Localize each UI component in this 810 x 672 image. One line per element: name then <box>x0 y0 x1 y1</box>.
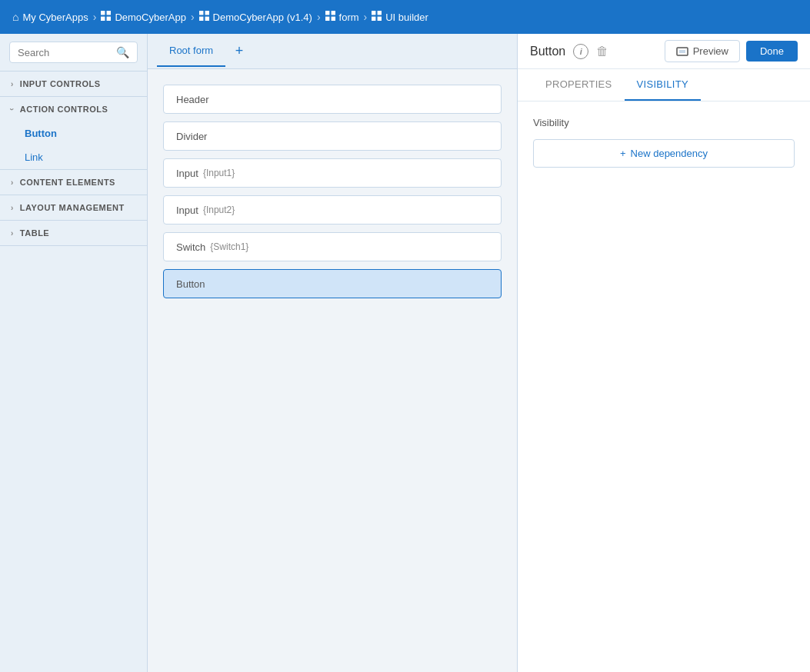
svg-rect-15 <box>378 17 382 21</box>
info-icon[interactable]: i <box>573 44 588 59</box>
preview-button[interactable]: Preview <box>665 40 740 62</box>
nav-item-demo-cyber-app-v14[interactable]: DemoCyberApp (v1.4) <box>199 11 312 23</box>
sidebar-section-table: › TABLE <box>0 221 147 246</box>
form-tab-root[interactable]: Root form <box>157 35 225 67</box>
nav-item-ui-builder[interactable]: UI builder <box>372 11 428 23</box>
add-tab-button[interactable]: + <box>228 41 250 62</box>
form-element-divider[interactable]: Divider <box>163 121 502 151</box>
svg-rect-6 <box>199 17 203 21</box>
form-element-switch1[interactable]: Switch {Switch1} <box>163 232 502 261</box>
svg-rect-2 <box>101 17 105 21</box>
sidebar-section-input-controls: › INPUT CONTROLS <box>0 72 147 97</box>
sidebar-section-layout-management: › LAYOUT MANAGEMENT <box>0 195 147 221</box>
right-panel-title-row: Button i 🗑 <box>530 44 608 59</box>
svg-rect-4 <box>199 11 203 15</box>
svg-rect-14 <box>372 17 375 21</box>
nav-sep-2: › <box>191 11 195 23</box>
right-panel: Button i 🗑 Preview Done PROPERTIES <box>518 34 810 672</box>
search-input[interactable] <box>18 47 112 58</box>
svg-rect-12 <box>372 11 375 15</box>
svg-rect-1 <box>107 11 111 15</box>
form-element-input1[interactable]: Input {Input1} <box>163 158 502 188</box>
new-dependency-label: New dependency <box>631 148 708 159</box>
svg-rect-8 <box>325 11 329 15</box>
done-button[interactable]: Done <box>746 41 798 62</box>
grid-icon-2 <box>199 11 209 23</box>
right-panel-title: Button <box>530 45 565 58</box>
grid-icon-4 <box>372 11 382 23</box>
nav-sep-4: › <box>364 11 368 23</box>
form-content: Header Divider Input {Input1} Input {Inp… <box>148 69 517 314</box>
sidebar: 🔍 › INPUT CONTROLS › ACTION CONTROLS But… <box>0 34 148 672</box>
form-element-input2[interactable]: Input {Input2} <box>163 195 502 225</box>
form-area: Root form + Header Divider Input {Input1… <box>148 34 518 672</box>
search-box[interactable]: 🔍 <box>9 42 138 63</box>
sidebar-section-label-input-controls: INPUT CONTROLS <box>20 79 101 88</box>
nav-sep-3: › <box>317 11 321 23</box>
home-icon: ⌂ <box>12 11 18 23</box>
nav-sep-1: › <box>93 11 97 23</box>
svg-rect-7 <box>205 17 208 21</box>
delete-icon[interactable]: 🗑 <box>596 45 608 58</box>
sidebar-item-button[interactable]: Button <box>0 121 147 145</box>
nav-label-ui-builder: UI builder <box>385 12 428 23</box>
chevron-icon-table: › <box>11 229 14 238</box>
nav-label-demo-cyber-app: DemoCyberApp <box>115 12 186 23</box>
form-element-header[interactable]: Header <box>163 85 502 114</box>
nav-label-form: form <box>339 12 359 23</box>
panel-content: Visibility + New dependency <box>518 101 810 672</box>
grid-icon-3 <box>325 11 335 23</box>
panel-tabs-bar: PROPERTIES VISIBILITY <box>518 69 810 101</box>
top-nav: ⌂ My CyberApps › DemoCyberApp › DemoCybe… <box>0 0 810 34</box>
svg-rect-11 <box>331 17 335 21</box>
nav-item-demo-cyber-app[interactable]: DemoCyberApp <box>101 11 186 23</box>
panel-tabs: PROPERTIES VISIBILITY <box>533 69 701 101</box>
new-dependency-button[interactable]: + New dependency <box>533 139 795 168</box>
main-layout: 🔍 › INPUT CONTROLS › ACTION CONTROLS But… <box>0 34 810 672</box>
visibility-label: Visibility <box>533 117 795 128</box>
sidebar-section-action-controls: › ACTION CONTROLS Button Link <box>0 97 147 170</box>
svg-rect-17 <box>679 50 685 53</box>
new-dependency-plus: + <box>620 148 626 159</box>
sidebar-item-link[interactable]: Link <box>0 145 147 169</box>
sidebar-section-label-action-controls: ACTION CONTROLS <box>20 105 108 114</box>
sidebar-section-header-action-controls[interactable]: › ACTION CONTROLS <box>0 97 147 121</box>
search-icon: 🔍 <box>116 46 129 58</box>
sidebar-section-header-layout-management[interactable]: › LAYOUT MANAGEMENT <box>0 195 147 220</box>
header-actions: Preview Done <box>665 40 798 62</box>
nav-item-form[interactable]: form <box>325 11 359 23</box>
sidebar-section-header-table[interactable]: › TABLE <box>0 221 147 245</box>
nav-label-my-cyber-apps: My CyberApps <box>22 12 88 23</box>
svg-rect-9 <box>331 11 335 15</box>
sidebar-section-label-table: TABLE <box>20 228 49 238</box>
svg-rect-10 <box>325 17 329 21</box>
panel-tab-properties[interactable]: PROPERTIES <box>533 69 625 101</box>
sidebar-section-label-layout-management: LAYOUT MANAGEMENT <box>20 203 125 212</box>
search-container: 🔍 <box>0 34 147 72</box>
nav-item-my-cyber-apps[interactable]: ⌂ My CyberApps <box>12 11 88 23</box>
chevron-icon-action-controls: › <box>8 108 16 111</box>
chevron-icon-content-elements: › <box>11 178 14 187</box>
form-tabs: Root form + <box>148 34 517 69</box>
svg-rect-3 <box>107 17 111 21</box>
sidebar-section-header-content-elements[interactable]: › CONTENT ELEMENTS <box>0 170 147 195</box>
svg-rect-5 <box>205 11 208 15</box>
svg-rect-13 <box>378 11 382 15</box>
sidebar-section-header-input-controls[interactable]: › INPUT CONTROLS <box>0 72 147 96</box>
sidebar-section-content-elements: › CONTENT ELEMENTS <box>0 170 147 195</box>
svg-rect-0 <box>101 11 105 15</box>
sidebar-section-label-content-elements: CONTENT ELEMENTS <box>20 178 115 187</box>
grid-icon-1 <box>101 11 111 23</box>
chevron-icon-input-controls: › <box>11 80 14 88</box>
chevron-icon-layout-management: › <box>11 204 14 212</box>
panel-tab-visibility[interactable]: VISIBILITY <box>625 69 701 101</box>
nav-label-demo-cyber-app-v14: DemoCyberApp (v1.4) <box>213 12 312 23</box>
form-element-button[interactable]: Button <box>163 269 502 298</box>
